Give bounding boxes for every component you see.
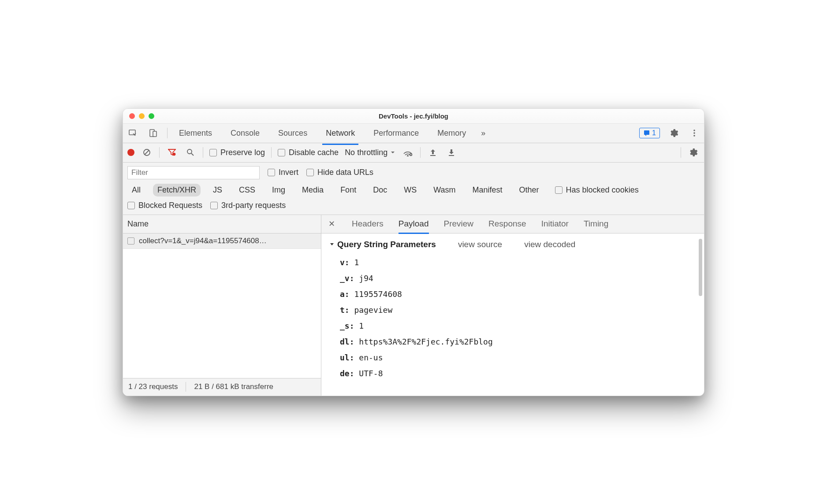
svg-rect-2 [153, 131, 156, 137]
svg-point-9 [173, 153, 175, 156]
inspect-element-icon[interactable] [127, 127, 139, 139]
tab-sources[interactable]: Sources [275, 126, 311, 141]
detail-tab-response[interactable]: Response [488, 219, 526, 229]
detail-tab-bar: ✕ HeadersPayloadPreviewResponseInitiator… [321, 215, 704, 233]
type-filter-manifest[interactable]: Manifest [468, 184, 507, 196]
svg-rect-3 [644, 130, 649, 135]
type-filter-ws[interactable]: WS [399, 184, 421, 196]
disclosure-triangle-icon[interactable] [329, 242, 335, 247]
status-bar: 1 / 23 requests 21 B / 681 kB transferre [123, 378, 321, 396]
devtools-window: DevTools - jec.fyi/blog ElementsConsoleS… [123, 108, 704, 396]
type-filter-font[interactable]: Font [336, 184, 361, 196]
kebab-menu-icon[interactable] [688, 127, 700, 139]
type-filter-media[interactable]: Media [298, 184, 328, 196]
view-source-link[interactable]: view source [458, 240, 502, 249]
clear-icon[interactable] [141, 146, 153, 159]
svg-point-5 [693, 132, 695, 134]
minimize-window-button[interactable] [139, 113, 145, 119]
invert-checkbox[interactable]: Invert [268, 168, 298, 177]
blocked-requests-checkbox[interactable]: Blocked Requests [127, 201, 202, 210]
request-list-panel: Name collect?v=1&_v=j94&a=1195574608… 1 … [123, 215, 321, 396]
param-row: _s: 1 [340, 318, 696, 334]
svg-point-10 [187, 149, 192, 154]
tab-elements[interactable]: Elements [175, 126, 216, 141]
svg-point-12 [407, 156, 408, 156]
param-row: a: 1195574608 [340, 286, 696, 302]
svg-line-8 [145, 150, 149, 155]
detail-tab-payload[interactable]: Payload [399, 219, 429, 234]
type-filter-other[interactable]: Other [515, 184, 544, 196]
param-row: ul: en-us [340, 350, 696, 366]
device-toolbar-icon[interactable] [147, 127, 159, 139]
has-blocked-cookies-checkbox[interactable]: Has blocked cookies [555, 185, 639, 195]
request-row[interactable]: collect?v=1&_v=j94&a=1195574608… [123, 233, 321, 249]
view-decoded-link[interactable]: view decoded [524, 240, 575, 249]
type-filter-doc[interactable]: Doc [369, 184, 391, 196]
svg-rect-14 [430, 155, 436, 156]
param-row: t: pageview [340, 302, 696, 318]
detail-tab-preview[interactable]: Preview [444, 219, 474, 229]
detail-tab-headers[interactable]: Headers [352, 219, 384, 229]
request-checkbox[interactable] [127, 237, 134, 245]
request-list-header[interactable]: Name [123, 215, 321, 233]
svg-point-4 [693, 130, 695, 131]
throttling-dropdown[interactable]: No throttling [345, 148, 395, 157]
window-title: DevTools - jec.fyi/blog [123, 112, 704, 120]
close-detail-icon[interactable]: ✕ [328, 219, 335, 229]
third-party-checkbox[interactable]: 3rd-party requests [210, 201, 286, 210]
preserve-log-checkbox[interactable]: Preserve log [209, 148, 265, 157]
network-toolbar: Preserve log Disable cache No throttling [123, 143, 704, 163]
close-window-button[interactable] [129, 113, 135, 119]
search-icon[interactable] [184, 146, 197, 159]
chevron-down-icon [390, 150, 395, 155]
svg-line-11 [191, 153, 194, 156]
detail-tab-timing[interactable]: Timing [584, 219, 608, 229]
scrollbar[interactable] [699, 239, 702, 296]
type-filter-fetch-xhr[interactable]: Fetch/XHR [153, 184, 201, 196]
hide-data-urls-checkbox[interactable]: Hide data URLs [306, 168, 373, 177]
transfer-size: 21 B / 681 kB transferre [194, 382, 273, 391]
detail-panel: ✕ HeadersPayloadPreviewResponseInitiator… [321, 215, 704, 396]
type-filter-js[interactable]: JS [209, 184, 227, 196]
type-filter-img[interactable]: Img [268, 184, 290, 196]
tab-network[interactable]: Network [322, 126, 358, 145]
issues-count: 1 [652, 129, 656, 137]
tab-overflow[interactable]: » [477, 126, 489, 141]
titlebar: DevTools - jec.fyi/blog [123, 109, 704, 124]
type-filter-all[interactable]: All [127, 184, 145, 196]
filter-input[interactable] [127, 166, 260, 179]
filter-icon[interactable] [166, 146, 178, 159]
type-filter-css[interactable]: CSS [235, 184, 260, 196]
payload-body: Query String Parameters view source view… [321, 233, 704, 396]
download-icon[interactable] [445, 146, 458, 159]
detail-tab-initiator[interactable]: Initiator [541, 219, 569, 229]
request-count: 1 / 23 requests [128, 382, 178, 391]
window-controls [129, 113, 154, 119]
section-title: Query String Parameters [337, 240, 436, 249]
disable-cache-checkbox[interactable]: Disable cache [278, 148, 339, 157]
param-row: _v: j94 [340, 271, 696, 286]
zoom-window-button[interactable] [149, 113, 154, 119]
request-name: collect?v=1&_v=j94&a=1195574608… [139, 237, 267, 245]
type-filter-wasm[interactable]: Wasm [429, 184, 460, 196]
content-area: Name collect?v=1&_v=j94&a=1195574608… 1 … [123, 215, 704, 396]
network-conditions-icon[interactable] [402, 146, 414, 159]
issues-badge[interactable]: 1 [639, 128, 660, 138]
param-row: v: 1 [340, 255, 696, 271]
upload-icon[interactable] [427, 146, 439, 159]
tab-console[interactable]: Console [227, 126, 263, 141]
svg-rect-15 [449, 155, 454, 156]
param-row: dl: https%3A%2F%2Fjec.fyi%2Fblog [340, 334, 696, 350]
param-row: de: UTF-8 [340, 366, 696, 382]
record-button[interactable] [127, 149, 134, 156]
network-settings-icon[interactable] [687, 146, 700, 159]
main-tab-bar: ElementsConsoleSourcesNetworkPerformance… [123, 124, 704, 143]
filter-bar: Invert Hide data URLs AllFetch/XHRJSCSSI… [123, 163, 704, 215]
tab-memory[interactable]: Memory [434, 126, 469, 141]
svg-point-6 [693, 135, 695, 137]
tab-performance[interactable]: Performance [370, 126, 422, 141]
settings-icon[interactable] [668, 127, 680, 139]
